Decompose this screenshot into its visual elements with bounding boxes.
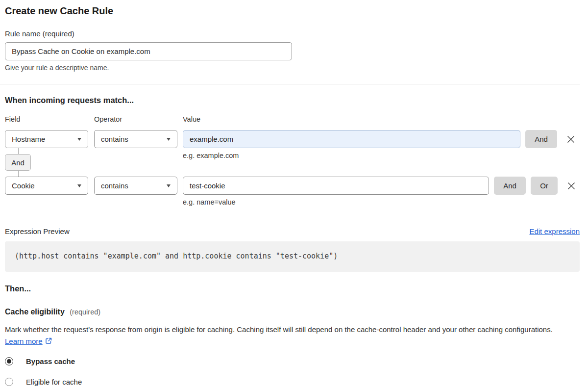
- rule-name-input[interactable]: [5, 42, 292, 60]
- expression-code-block: (http.host contains "example.com" and ht…: [5, 241, 580, 272]
- remove-row1-button[interactable]: [565, 134, 576, 145]
- then-heading: Then...: [5, 284, 580, 293]
- x-icon: [566, 181, 577, 191]
- field-column-label: Field: [5, 115, 88, 123]
- external-link-icon: [45, 337, 52, 345]
- operator-select-row1-value: contains: [101, 135, 128, 143]
- radio-option-eligible-for-cache[interactable]: Eligible for cache: [5, 378, 580, 386]
- chevron-down-icon: [77, 138, 81, 141]
- edit-expression-link[interactable]: Edit expression: [529, 227, 580, 235]
- value-input-row1[interactable]: [183, 130, 520, 148]
- operator-select-row1[interactable]: contains: [94, 130, 177, 148]
- connector-line: [18, 148, 19, 154]
- field-select-row1-value: Hostname: [12, 135, 45, 143]
- page-title: Create new Cache Rule: [5, 5, 580, 17]
- add-and-button-row1[interactable]: And: [525, 130, 557, 148]
- chevron-down-icon: [77, 184, 81, 187]
- and-connector: And: [5, 148, 31, 177]
- eligible-for-cache-label: Eligible for cache: [26, 378, 82, 386]
- operator-column-label: Operator: [94, 115, 177, 123]
- add-and-button-row2[interactable]: And: [494, 177, 526, 195]
- expression-preview-label: Expression Preview: [5, 227, 70, 235]
- create-cache-rule-page: Create new Cache Rule Rule name (require…: [0, 0, 588, 386]
- add-or-button-row2[interactable]: Or: [531, 177, 558, 195]
- radio-option-bypass-cache[interactable]: Bypass cache: [5, 357, 580, 365]
- field-select-row2-value: Cookie: [12, 182, 35, 190]
- cache-eligibility-title: Cache eligibility: [5, 308, 65, 316]
- value-input-row2[interactable]: [183, 177, 489, 195]
- match-row: Cookie contains And Or: [5, 177, 580, 195]
- rule-name-helper: Give your rule a descriptive name.: [5, 64, 580, 72]
- required-tag: (required): [70, 308, 100, 316]
- between-rows-zone: And e.g. example.com: [5, 148, 580, 177]
- and-connector-button[interactable]: And: [5, 154, 31, 171]
- value-column-label: Value: [183, 115, 200, 123]
- expression-header: Expression Preview Edit expression: [5, 227, 580, 235]
- operator-select-row2[interactable]: contains: [94, 177, 177, 195]
- field-select-row1[interactable]: Hostname: [5, 130, 88, 148]
- x-icon: [565, 134, 576, 145]
- learn-more-link[interactable]: Learn more: [5, 337, 43, 345]
- chevron-down-icon: [167, 138, 171, 141]
- bypass-cache-label: Bypass cache: [26, 357, 75, 365]
- value-helper-row2: e.g. name=value: [183, 198, 580, 206]
- operator-select-row2-value: contains: [101, 182, 128, 190]
- cache-eligibility-description: Mark whether the request’s response from…: [5, 324, 573, 347]
- remove-row2-button[interactable]: [566, 181, 577, 191]
- description-text: Mark whether the request’s response from…: [5, 325, 553, 334]
- connector-line: [18, 171, 19, 177]
- radio-selected-icon[interactable]: [5, 357, 13, 365]
- radio-dot: [7, 359, 11, 363]
- cache-eligibility-heading: Cache eligibility (required): [5, 308, 580, 316]
- rule-name-label: Rule name (required): [5, 30, 580, 38]
- match-row: Hostname contains And: [5, 130, 580, 148]
- section-divider: [0, 84, 580, 84]
- value-helper-row1: e.g. example.com: [183, 152, 239, 159]
- radio-unselected-icon[interactable]: [5, 378, 13, 386]
- match-heading: When incoming requests match...: [5, 96, 580, 104]
- match-column-headers: Field Operator Value: [5, 115, 580, 123]
- field-select-row2[interactable]: Cookie: [5, 177, 88, 195]
- chevron-down-icon: [167, 184, 171, 187]
